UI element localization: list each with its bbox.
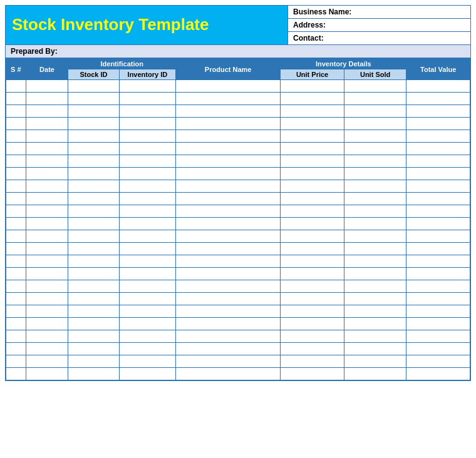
table-cell[interactable] (281, 368, 344, 380)
table-cell[interactable] (68, 193, 119, 205)
table-cell[interactable] (26, 355, 68, 368)
table-cell[interactable] (6, 255, 26, 268)
table-cell[interactable] (281, 305, 344, 318)
table-cell[interactable] (68, 230, 119, 243)
table-cell[interactable] (68, 168, 119, 180)
table-cell[interactable] (68, 305, 119, 318)
table-cell[interactable] (119, 255, 175, 268)
table-cell[interactable] (281, 105, 344, 118)
table-cell[interactable] (406, 80, 470, 93)
table-cell[interactable] (119, 343, 175, 355)
table-cell[interactable] (406, 130, 470, 143)
table-cell[interactable] (344, 355, 406, 368)
table-cell[interactable] (6, 243, 26, 255)
table-cell[interactable] (68, 180, 119, 193)
table-cell[interactable] (6, 230, 26, 243)
table-cell[interactable] (344, 155, 406, 168)
table-cell[interactable] (6, 155, 26, 168)
table-cell[interactable] (119, 268, 175, 280)
table-cell[interactable] (68, 155, 119, 168)
table-cell[interactable] (406, 368, 470, 380)
table-cell[interactable] (119, 355, 175, 368)
table-cell[interactable] (344, 168, 406, 180)
table-cell[interactable] (68, 293, 119, 305)
table-cell[interactable] (406, 143, 470, 155)
table-cell[interactable] (176, 218, 281, 230)
table-cell[interactable] (119, 230, 175, 243)
table-cell[interactable] (176, 193, 281, 205)
table-cell[interactable] (26, 230, 68, 243)
table-cell[interactable] (344, 80, 406, 93)
table-cell[interactable] (281, 318, 344, 330)
table-cell[interactable] (344, 268, 406, 280)
table-cell[interactable] (281, 80, 344, 93)
table-cell[interactable] (344, 205, 406, 218)
table-cell[interactable] (344, 305, 406, 318)
table-cell[interactable] (6, 105, 26, 118)
table-cell[interactable] (281, 155, 344, 168)
table-cell[interactable] (119, 180, 175, 193)
table-cell[interactable] (26, 305, 68, 318)
table-cell[interactable] (26, 368, 68, 380)
table-cell[interactable] (344, 93, 406, 105)
table-cell[interactable] (176, 293, 281, 305)
table-cell[interactable] (68, 143, 119, 155)
table-cell[interactable] (344, 218, 406, 230)
table-cell[interactable] (6, 355, 26, 368)
table-cell[interactable] (6, 318, 26, 330)
table-cell[interactable] (176, 168, 281, 180)
table-cell[interactable] (406, 93, 470, 105)
table-cell[interactable] (406, 193, 470, 205)
table-cell[interactable] (119, 118, 175, 130)
table-cell[interactable] (26, 293, 68, 305)
table-cell[interactable] (406, 318, 470, 330)
table-cell[interactable] (119, 168, 175, 180)
table-cell[interactable] (68, 330, 119, 343)
table-cell[interactable] (406, 280, 470, 293)
table-cell[interactable] (26, 168, 68, 180)
table-cell[interactable] (68, 118, 119, 130)
table-cell[interactable] (26, 118, 68, 130)
table-cell[interactable] (68, 255, 119, 268)
table-cell[interactable] (176, 80, 281, 93)
table-cell[interactable] (176, 180, 281, 193)
table-cell[interactable] (68, 355, 119, 368)
table-cell[interactable] (406, 268, 470, 280)
table-cell[interactable] (406, 205, 470, 218)
table-cell[interactable] (26, 318, 68, 330)
table-cell[interactable] (281, 343, 344, 355)
table-cell[interactable] (119, 93, 175, 105)
table-cell[interactable] (6, 193, 26, 205)
table-cell[interactable] (344, 293, 406, 305)
table-cell[interactable] (26, 330, 68, 343)
table-cell[interactable] (176, 355, 281, 368)
table-cell[interactable] (281, 180, 344, 193)
table-cell[interactable] (68, 130, 119, 143)
table-cell[interactable] (6, 343, 26, 355)
table-cell[interactable] (6, 130, 26, 143)
table-cell[interactable] (406, 330, 470, 343)
table-cell[interactable] (26, 218, 68, 230)
table-cell[interactable] (6, 93, 26, 105)
table-cell[interactable] (176, 305, 281, 318)
table-cell[interactable] (119, 143, 175, 155)
table-cell[interactable] (26, 180, 68, 193)
table-cell[interactable] (176, 368, 281, 380)
table-cell[interactable] (344, 243, 406, 255)
table-cell[interactable] (6, 330, 26, 343)
table-cell[interactable] (281, 130, 344, 143)
table-cell[interactable] (26, 93, 68, 105)
table-cell[interactable] (406, 180, 470, 193)
table-cell[interactable] (68, 93, 119, 105)
table-cell[interactable] (281, 193, 344, 205)
table-cell[interactable] (119, 293, 175, 305)
table-cell[interactable] (26, 268, 68, 280)
table-cell[interactable] (406, 155, 470, 168)
table-cell[interactable] (26, 343, 68, 355)
table-cell[interactable] (68, 80, 119, 93)
table-cell[interactable] (6, 180, 26, 193)
table-cell[interactable] (176, 330, 281, 343)
table-cell[interactable] (281, 330, 344, 343)
table-cell[interactable] (406, 355, 470, 368)
table-cell[interactable] (344, 230, 406, 243)
